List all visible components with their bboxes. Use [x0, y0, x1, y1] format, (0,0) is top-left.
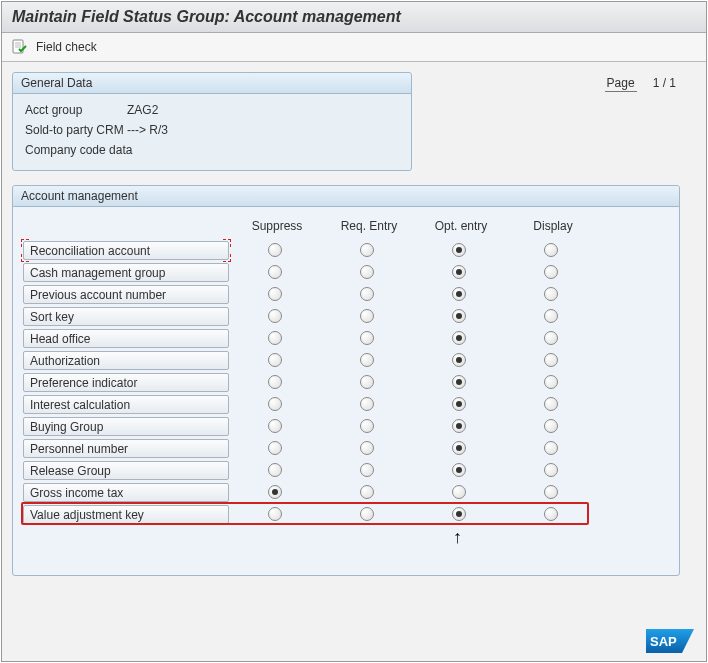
- radio-option[interactable]: [544, 507, 558, 521]
- radio-cell: [321, 287, 413, 302]
- acct-group-label: Acct group: [25, 100, 115, 120]
- radio-option[interactable]: [544, 397, 558, 411]
- radio-cell: [321, 419, 413, 434]
- radio-option[interactable]: [360, 463, 374, 477]
- page-value: 1 / 1: [653, 76, 676, 90]
- radio-option[interactable]: [268, 397, 282, 411]
- radio-option[interactable]: [452, 243, 466, 257]
- radio-option[interactable]: [544, 353, 558, 367]
- row-label: Cash management group: [23, 263, 229, 282]
- radio-cell: [229, 485, 321, 500]
- radio-option[interactable]: [268, 331, 282, 345]
- radio-option[interactable]: [544, 309, 558, 323]
- radio-option[interactable]: [360, 419, 374, 433]
- row-label: Personnel number: [23, 439, 229, 458]
- radio-cell: [413, 485, 505, 500]
- radio-option[interactable]: [452, 309, 466, 323]
- radio-option[interactable]: [268, 507, 282, 521]
- radio-option[interactable]: [544, 485, 558, 499]
- radio-option[interactable]: [544, 243, 558, 257]
- radio-cell: [505, 309, 597, 324]
- row-label: Release Group: [23, 461, 229, 480]
- field-check-button[interactable]: Field check: [36, 40, 97, 54]
- radio-option[interactable]: [360, 397, 374, 411]
- table-row: Gross income tax: [23, 481, 671, 503]
- radio-option[interactable]: [544, 265, 558, 279]
- row-label: Reconciliation account: [23, 241, 229, 260]
- acct-group-value: ZAG2: [127, 100, 158, 120]
- table-row: Head office: [23, 327, 671, 349]
- radio-cell: [229, 353, 321, 368]
- radio-option[interactable]: [452, 507, 466, 521]
- row-label: Sort key: [23, 307, 229, 326]
- col-opt-entry: Opt. entry: [415, 219, 507, 233]
- radio-option[interactable]: [544, 375, 558, 389]
- radio-option[interactable]: [360, 287, 374, 301]
- radio-cell: [413, 287, 505, 302]
- radio-option[interactable]: [360, 507, 374, 521]
- radio-option[interactable]: [544, 463, 558, 477]
- radio-option[interactable]: [544, 419, 558, 433]
- radio-option[interactable]: [268, 243, 282, 257]
- radio-cell: [505, 485, 597, 500]
- row-label: Buying Group: [23, 417, 229, 436]
- radio-option[interactable]: [268, 265, 282, 279]
- table-row: Reconciliation account: [23, 239, 671, 261]
- radio-cell: [321, 397, 413, 412]
- radio-option[interactable]: [360, 331, 374, 345]
- arrow-icon: ↑: [453, 527, 462, 548]
- radio-option[interactable]: [452, 485, 466, 499]
- radio-option[interactable]: [544, 287, 558, 301]
- field-check-icon[interactable]: [12, 39, 28, 55]
- radio-option[interactable]: [268, 375, 282, 389]
- col-suppress: Suppress: [231, 219, 323, 233]
- radio-cell: [229, 309, 321, 324]
- radio-cell: [321, 441, 413, 456]
- table-row: Value adjustment key: [23, 503, 671, 525]
- radio-option[interactable]: [452, 419, 466, 433]
- row-label: Authorization: [23, 351, 229, 370]
- radio-option[interactable]: [268, 419, 282, 433]
- radio-option[interactable]: [452, 397, 466, 411]
- radio-option[interactable]: [268, 485, 282, 499]
- radio-option[interactable]: [452, 441, 466, 455]
- general-data-line2: Sold-to party CRM ---> R/3: [25, 120, 399, 140]
- row-label: Head office: [23, 329, 229, 348]
- radio-cell: [505, 375, 597, 390]
- radio-cell: [413, 353, 505, 368]
- radio-option[interactable]: [360, 485, 374, 499]
- radio-cell: [413, 309, 505, 324]
- radio-option[interactable]: [268, 353, 282, 367]
- radio-cell: [321, 243, 413, 258]
- radio-option[interactable]: [268, 463, 282, 477]
- general-data-header: General Data: [13, 73, 411, 94]
- radio-cell: [229, 463, 321, 478]
- radio-option[interactable]: [360, 353, 374, 367]
- radio-option[interactable]: [268, 287, 282, 301]
- radio-option[interactable]: [360, 243, 374, 257]
- general-data-line3: Company code data: [25, 140, 399, 160]
- radio-cell: [229, 397, 321, 412]
- radio-cell: [505, 507, 597, 522]
- table-row: Cash management group: [23, 261, 671, 283]
- radio-option[interactable]: [452, 375, 466, 389]
- radio-option[interactable]: [544, 441, 558, 455]
- radio-option[interactable]: [268, 309, 282, 323]
- radio-cell: [505, 397, 597, 412]
- radio-option[interactable]: [360, 375, 374, 389]
- radio-option[interactable]: [360, 265, 374, 279]
- radio-cell: [229, 265, 321, 280]
- radio-cell: [505, 441, 597, 456]
- radio-option[interactable]: [452, 265, 466, 279]
- col-req-entry: Req. Entry: [323, 219, 415, 233]
- radio-option[interactable]: [452, 463, 466, 477]
- radio-option[interactable]: [268, 441, 282, 455]
- radio-option[interactable]: [452, 331, 466, 345]
- radio-option[interactable]: [452, 353, 466, 367]
- radio-option[interactable]: [544, 331, 558, 345]
- radio-option[interactable]: [360, 309, 374, 323]
- table-row: Sort key: [23, 305, 671, 327]
- radio-option[interactable]: [452, 287, 466, 301]
- radio-cell: [229, 441, 321, 456]
- radio-option[interactable]: [360, 441, 374, 455]
